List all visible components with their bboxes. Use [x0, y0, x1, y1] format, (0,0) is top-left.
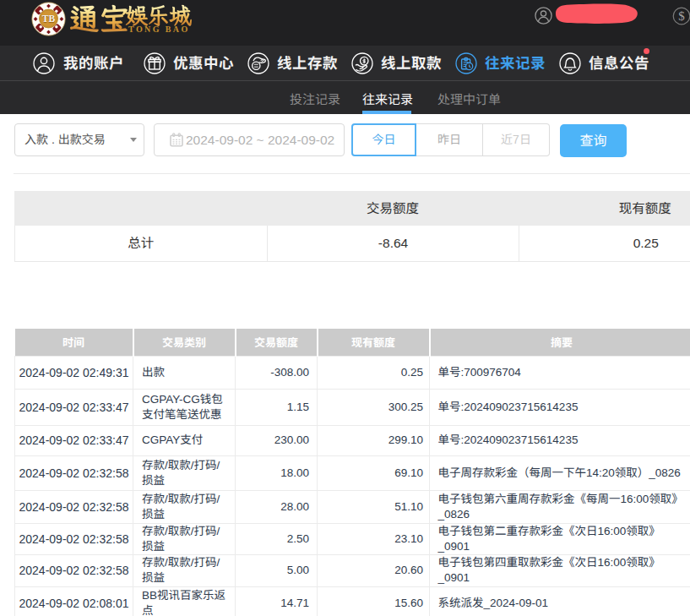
svg-text:TB: TB	[42, 14, 56, 24]
svg-text:$: $	[678, 9, 685, 23]
